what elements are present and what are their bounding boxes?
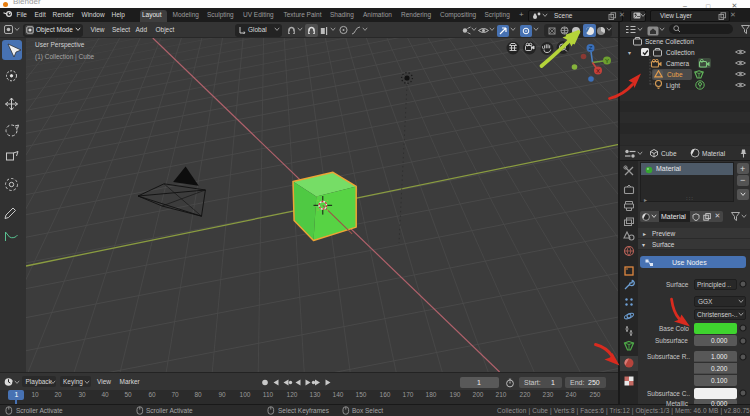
svg-text:X: X: [596, 68, 600, 74]
svg-text:Z: Z: [589, 45, 593, 51]
svg-text:Y: Y: [605, 58, 609, 64]
